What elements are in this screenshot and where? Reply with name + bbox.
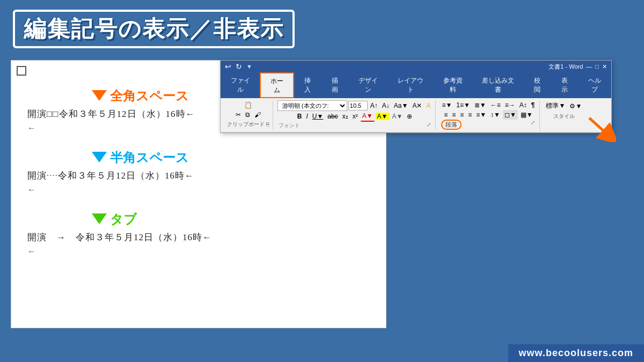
- clipboard-section: 📋 ✂ ⧉ 🖌 クリップボード ⎘: [224, 100, 273, 129]
- underline-button[interactable]: U▼: [311, 112, 325, 121]
- clipboard-row: 📋: [243, 100, 254, 110]
- para-section-footer: 段落 ⤢: [440, 120, 536, 130]
- arrow-green-icon: [92, 213, 107, 224]
- ribbon-title-left: ↩ ↻ ▼: [225, 62, 252, 71]
- border-button[interactable]: ▦▼: [519, 110, 535, 120]
- font-name-selector[interactable]: 游明朝 (本文のフ:: [277, 100, 347, 111]
- tab-help[interactable]: ヘルプ: [578, 72, 611, 98]
- maximize-icon[interactable]: □: [595, 63, 599, 70]
- font-row-1: 游明朝 (本文のフ: A↑ A↓ Aa▼ A✕ A: [277, 100, 433, 111]
- font-color-2[interactable]: A▼: [391, 112, 405, 121]
- change-styles-button[interactable]: ⚙▼: [568, 101, 583, 111]
- ribbon-title-bar: ↩ ↻ ▼ 文書1 - Word — □ ✕: [221, 61, 611, 72]
- document-title: 文書1 - Word: [548, 63, 583, 71]
- doc-corner: [17, 66, 26, 76]
- tab-design[interactable]: デザイン: [348, 72, 387, 98]
- close-icon[interactable]: ✕: [602, 63, 607, 70]
- numbering-button[interactable]: 1≡▼: [455, 100, 472, 110]
- tab-mailings[interactable]: 差し込み文書: [472, 72, 524, 98]
- line-spacing-button[interactable]: ↕▼: [489, 110, 502, 120]
- clipboard-row2: ✂ ⧉ 🖌: [234, 110, 262, 120]
- footer-bar: www.becoolusers.com: [508, 344, 644, 362]
- copy-button[interactable]: ⧉: [244, 110, 252, 120]
- multilevel-list-button[interactable]: ≣▼: [473, 100, 488, 110]
- paragraph-section: ≡▼ 1≡▼ ≣▼ ←≡ ≡→ A↕ ¶ ≡ ≡ ≡ ≡ ≡▼ ↕▼ ◻▼ ▦▼: [437, 100, 540, 131]
- styles-section-label: スタイル: [553, 113, 575, 120]
- styles-row: 標準▼ ⚙▼: [544, 100, 583, 112]
- tab-home[interactable]: ホーム: [260, 72, 294, 98]
- website-text: www.becoolusers.com: [519, 348, 633, 358]
- return-mark-2: ←: [27, 185, 370, 195]
- styles-section: 標準▼ ⚙▼ スタイル: [541, 100, 587, 121]
- cut-button[interactable]: ✂: [234, 110, 243, 120]
- font-grow-button[interactable]: A↑: [369, 101, 379, 110]
- minimize-icon[interactable]: —: [586, 63, 592, 70]
- word-arrow-icon: [584, 113, 616, 142]
- format-painter-button[interactable]: 🖌: [253, 110, 262, 120]
- para-row-2: ≡ ≡ ≡ ≡ ≡▼ ↕▼ ◻▼ ▦▼: [442, 110, 535, 120]
- quick-access-pin[interactable]: ▼: [246, 63, 252, 70]
- ribbon-tabs: ファイル ホーム 挿入 描画 デザイン レイアウト 参考資料 差し込み文書 校閲…: [221, 72, 611, 98]
- font-row-2: B I U▼ abc x₂ x² A▼ A▼ A▼ ⊕: [296, 111, 414, 122]
- clipboard-label: クリップボード ⎘: [227, 121, 269, 128]
- bullets-button[interactable]: ≡▼: [440, 100, 453, 110]
- ribbon-title-right: 文書1 - Word — □ ✕: [548, 63, 607, 71]
- ribbon-container: ↩ ↻ ▼ 文書1 - Word — □ ✕ ファイル ホーム 挿入 描画 デザ…: [220, 60, 612, 133]
- clear-format-button[interactable]: A✕: [411, 101, 423, 110]
- para-section-expand[interactable]: ⤢: [531, 120, 535, 130]
- redo-icon[interactable]: ↻: [236, 62, 242, 71]
- tab-layout[interactable]: レイアウト: [387, 72, 433, 98]
- increase-indent-button[interactable]: ≡→: [503, 100, 517, 110]
- doc-line-2: 開演····令和３年５月12日（水）16時←: [27, 169, 370, 182]
- align-left-button[interactable]: ≡: [442, 110, 449, 120]
- font-section-expand[interactable]: ⤢: [427, 122, 431, 129]
- font-section-label: フォント: [279, 122, 300, 129]
- text-color-button[interactable]: A▼: [361, 111, 375, 122]
- font-section: 游明朝 (本文のフ: A↑ A↓ Aa▼ A✕ A B I U▼ abc x₂ …: [274, 100, 436, 130]
- bold-button[interactable]: B: [296, 112, 304, 121]
- paragraph-section-label: 段落: [441, 120, 462, 130]
- tab-view[interactable]: 表示: [551, 72, 579, 98]
- subscript-button[interactable]: x₂: [341, 112, 350, 121]
- decrease-indent-button[interactable]: ←≡: [489, 100, 502, 110]
- font-section-footer: フォント ⤢: [277, 122, 433, 129]
- shading-button[interactable]: ◻▼: [503, 110, 518, 120]
- ruby-button[interactable]: ⊕: [405, 112, 414, 121]
- para-row-1: ≡▼ 1≡▼ ≣▼ ←≡ ≡→ A↕ ¶: [440, 100, 536, 110]
- justify-low-button[interactable]: ≡▼: [474, 110, 488, 120]
- main-content: 全角スペース 開演□□令和３年５月12日（水）16時← ← 半角スペース 開演·…: [0, 55, 644, 334]
- show-marks-button[interactable]: ¶: [530, 100, 537, 110]
- doc-line-3: 開演 → 令和３年５月12日（水）16時←: [27, 231, 370, 243]
- strikethrough-button[interactable]: abc: [326, 112, 339, 121]
- change-case-button[interactable]: Aa▼: [392, 101, 410, 110]
- tab-review[interactable]: 校閲: [524, 72, 551, 98]
- paste-button[interactable]: 📋: [243, 100, 254, 110]
- align-center-button[interactable]: ≡: [450, 110, 457, 120]
- page-title: 編集記号の表示／非表示: [13, 10, 295, 48]
- align-right-button[interactable]: ≡: [458, 110, 465, 120]
- arrow-blue-icon: [92, 152, 107, 162]
- undo-icon[interactable]: ↩: [225, 62, 231, 71]
- arrow-orange-icon: [92, 90, 107, 101]
- title-area: 編集記号の表示／非表示: [0, 0, 644, 55]
- italic-button[interactable]: I: [304, 112, 309, 121]
- tab-annotation: タブ: [92, 211, 370, 228]
- text-bg-color-button[interactable]: A▼: [376, 113, 390, 120]
- font-size-input[interactable]: [348, 101, 368, 110]
- tab-insert[interactable]: 挿入: [294, 72, 321, 98]
- text-highlight-color[interactable]: A: [425, 101, 432, 110]
- tab-file[interactable]: ファイル: [221, 72, 260, 98]
- tab-references[interactable]: 参考資料: [433, 72, 472, 98]
- styles-gallery-button[interactable]: 標準▼: [544, 100, 567, 112]
- font-shrink-button[interactable]: A↓: [380, 101, 391, 110]
- ribbon-body: 📋 ✂ ⧉ 🖌 クリップボード ⎘ 游明朝 (本文のフ: A↑ A↓: [221, 98, 611, 132]
- superscript-button[interactable]: x²: [351, 112, 360, 121]
- tab-draw[interactable]: 描画: [321, 72, 349, 98]
- return-mark-3: ←: [27, 247, 370, 256]
- hankai-annotation: 半角スペース: [92, 149, 370, 166]
- justify-button[interactable]: ≡: [466, 110, 473, 120]
- sort-button[interactable]: A↕: [518, 100, 529, 110]
